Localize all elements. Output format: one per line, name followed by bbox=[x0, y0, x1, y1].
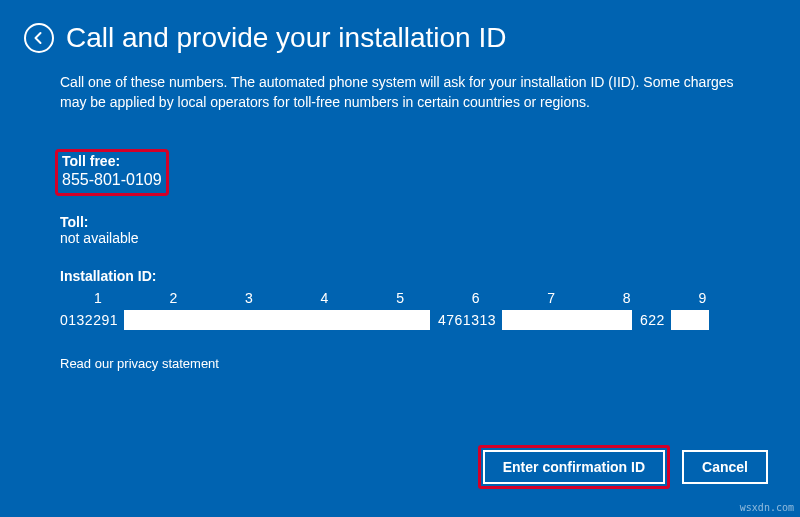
iid-segment-1: 0132291 bbox=[60, 312, 122, 328]
toll-free-label: Toll free: bbox=[62, 153, 162, 171]
iid-input-row: 0132291 4761313 622 bbox=[60, 310, 740, 330]
iid-col-7: 7 bbox=[513, 290, 589, 306]
iid-col-5: 5 bbox=[362, 290, 438, 306]
arrow-left-icon bbox=[32, 31, 46, 45]
toll-label: Toll: bbox=[60, 214, 740, 230]
enter-confirmation-button[interactable]: Enter confirmation ID bbox=[483, 450, 665, 484]
iid-col-8: 8 bbox=[589, 290, 665, 306]
page-title: Call and provide your installation ID bbox=[66, 22, 506, 54]
installation-id-label: Installation ID: bbox=[60, 268, 740, 284]
iid-input-7-8[interactable] bbox=[502, 310, 632, 330]
iid-segment-6: 4761313 bbox=[432, 312, 500, 328]
iid-column-headers: 1 2 3 4 5 6 7 8 9 bbox=[60, 290, 740, 306]
iid-col-4: 4 bbox=[287, 290, 363, 306]
watermark: wsxdn.com bbox=[740, 502, 794, 513]
iid-col-6: 6 bbox=[438, 290, 514, 306]
iid-input-9b[interactable] bbox=[671, 310, 709, 330]
back-button[interactable] bbox=[24, 23, 54, 53]
iid-col-1: 1 bbox=[60, 290, 136, 306]
iid-col-2: 2 bbox=[136, 290, 212, 306]
iid-segment-9: 622 bbox=[634, 312, 669, 328]
iid-col-3: 3 bbox=[211, 290, 287, 306]
iid-col-9: 9 bbox=[665, 290, 741, 306]
toll-value: not available bbox=[60, 230, 740, 246]
confirm-highlight: Enter confirmation ID bbox=[478, 445, 670, 489]
toll-free-highlight: Toll free: 855-801-0109 bbox=[55, 149, 169, 197]
cancel-button[interactable]: Cancel bbox=[682, 450, 768, 484]
privacy-link[interactable]: Read our privacy statement bbox=[60, 356, 740, 371]
iid-input-2-5[interactable] bbox=[124, 310, 430, 330]
intro-text: Call one of these numbers. The automated… bbox=[60, 72, 740, 113]
toll-free-number: 855-801-0109 bbox=[62, 170, 162, 190]
